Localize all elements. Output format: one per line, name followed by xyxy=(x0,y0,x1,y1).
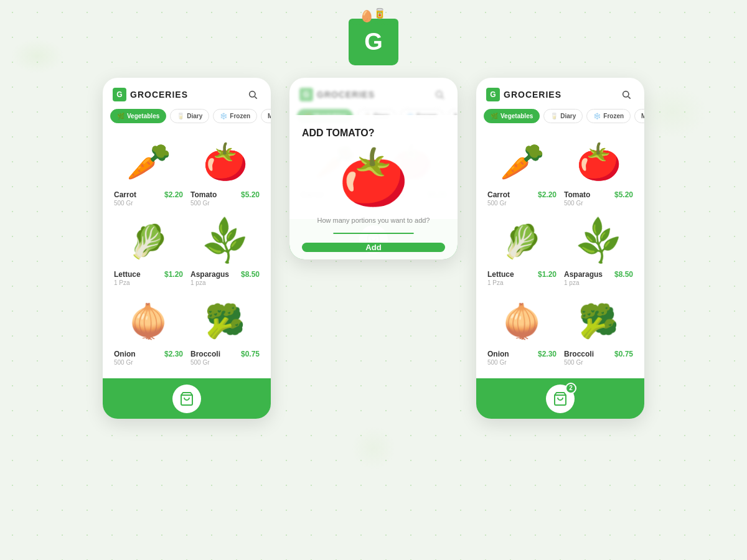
cart-button-3[interactable]: 2 xyxy=(546,385,575,413)
brand-name: GROCERIES xyxy=(130,90,188,100)
tab-vegetables-3[interactable]: 🌿Vegetables xyxy=(484,109,540,123)
quantity-decrease-button[interactable]: − xyxy=(334,233,356,234)
brand: G GROCERIES xyxy=(113,88,188,101)
category-tabs-3: 🌿Vegetables 🥛Diary ❄️Frozen Me.. xyxy=(476,109,644,129)
lettuce-weight-1: 1 Pza xyxy=(114,279,130,286)
asparagus-image-1: 🌿 xyxy=(190,217,260,266)
tab-diary-3[interactable]: 🥛Diary xyxy=(543,109,583,123)
brand-icon: G xyxy=(113,88,126,101)
product-onion-1[interactable]: 🧅 Onion $2.30 500 Gr xyxy=(110,291,187,371)
screens-container: G GROCERIES 🌿Vegetables 🥛Diary ❄️Frozen … xyxy=(78,78,669,419)
quantity-value: 1 xyxy=(356,233,391,234)
modal-subtitle: How many portions you want to add? xyxy=(317,217,430,224)
brand-3: G GROCERIES xyxy=(486,88,561,101)
app-logo: 🥚 🥫 G xyxy=(349,12,398,65)
brand-icon-3: G xyxy=(486,88,500,101)
onion-name-1: Onion xyxy=(114,350,136,358)
asparagus-price-1: $8.50 xyxy=(241,270,260,279)
asparagus-name-3: Asparagus xyxy=(564,270,603,279)
tab-frozen-1[interactable]: ❄️Frozen xyxy=(213,109,257,123)
onion-price-1: $2.30 xyxy=(164,350,183,358)
carrot-price-1: $2.20 xyxy=(164,190,183,199)
asparagus-name-1: Asparagus xyxy=(190,270,229,279)
carrot-weight-1: 500 Gr xyxy=(114,200,133,207)
tomato-image-3: 🍅 xyxy=(564,137,633,187)
cart-badge-3: 2 xyxy=(565,383,576,394)
svg-point-3 xyxy=(436,91,442,97)
svg-line-7 xyxy=(628,96,630,98)
products-grid-1: 🥕 Carrot $2.20 500 Gr 🍅 Tomato $5.20 500… xyxy=(103,129,271,373)
add-to-cart-button[interactable]: Add xyxy=(302,243,445,252)
tab-diary-1[interactable]: 🥛Diary xyxy=(170,109,209,123)
asparagus-price-3: $8.50 xyxy=(614,270,633,279)
product-onion-3[interactable]: 🧅 Onion $2.30 500 Gr xyxy=(484,291,560,371)
screen-1-header: G GROCERIES xyxy=(103,78,271,109)
screen-3: G GROCERIES 🌿Vegetables 🥛Diary ❄️Frozen … xyxy=(476,78,644,419)
quantity-control: − 1 + xyxy=(333,233,414,234)
cart-button-1[interactable] xyxy=(172,385,201,413)
screen-2-header-bg: G GROCERIES xyxy=(289,78,458,109)
carrot-image-3: 🥕 xyxy=(487,137,557,187)
tomato-price-3: $5.20 xyxy=(614,190,633,199)
broccoli-weight-1: 500 Gr xyxy=(190,359,210,366)
product-broccoli-3[interactable]: 🥦 Broccoli $0.75 500 Gr xyxy=(560,291,637,371)
brand-name-3: GROCERIES xyxy=(504,90,561,100)
onion-price-3: $2.30 xyxy=(538,350,557,358)
product-tomato-3[interactable]: 🍅 Tomato $5.20 500 Gr xyxy=(560,132,637,212)
search-button-2-bg xyxy=(431,86,448,103)
product-lettuce-1[interactable]: 🥬 Lettuce $1.20 1 Pza xyxy=(110,212,187,291)
category-tabs-1: 🌿Vegetables 🥛Diary ❄️Frozen Me.. xyxy=(103,109,271,129)
screen-2: G GROCERIES 🌿Vegetables 🥛Diary ❄️Frozen … xyxy=(289,78,458,259)
tab-frozen-3[interactable]: ❄️Frozen xyxy=(586,109,631,123)
carrot-name-3: Carrot xyxy=(487,190,510,199)
onion-name-3: Onion xyxy=(487,350,509,358)
brand-icon-2-bg: G xyxy=(299,88,313,101)
svg-line-1 xyxy=(255,96,256,98)
brand-name-2-bg: GROCERIES xyxy=(317,90,375,100)
product-broccoli-1[interactable]: 🥦 Broccoli $0.75 500 Gr xyxy=(187,291,263,371)
product-asparagus-1[interactable]: 🌿 Asparagus $8.50 1 pza xyxy=(187,212,263,291)
svg-line-4 xyxy=(441,96,443,98)
product-lettuce-3[interactable]: 🥬 Lettuce $1.20 1 Pza xyxy=(484,212,560,291)
tab-vegetables-1[interactable]: 🌿Vegetables xyxy=(110,109,166,123)
product-tomato-1[interactable]: 🍅 Tomato $5.20 500 Gr xyxy=(187,132,263,212)
tab-more-1[interactable]: Me.. xyxy=(261,109,271,123)
lettuce-name-3: Lettuce xyxy=(487,270,514,279)
product-asparagus-3[interactable]: 🌿 Asparagus $8.50 1 pza xyxy=(560,212,637,291)
tomato-image-1: 🍅 xyxy=(190,137,260,187)
onion-weight-3: 500 Gr xyxy=(487,359,507,366)
lettuce-weight-3: 1 Pza xyxy=(487,279,504,286)
quantity-increase-button[interactable]: + xyxy=(391,233,413,234)
product-carrot-3[interactable]: 🥕 Carrot $2.20 500 Gr xyxy=(484,132,560,212)
search-button[interactable] xyxy=(245,86,261,103)
lettuce-name-1: Lettuce xyxy=(114,270,141,279)
screen-1: G GROCERIES 🌿Vegetables 🥛Diary ❄️Frozen … xyxy=(103,78,271,419)
onion-weight-1: 500 Gr xyxy=(114,359,133,366)
broccoli-name-1: Broccoli xyxy=(190,350,220,358)
broccoli-price-1: $0.75 xyxy=(241,350,260,358)
broccoli-image-1: 🥦 xyxy=(190,296,260,346)
onion-image-1: 🧅 xyxy=(114,296,183,346)
svg-point-6 xyxy=(623,91,629,97)
onion-image-3: 🧅 xyxy=(487,296,557,346)
modal-title: ADD TOMATO? xyxy=(302,128,374,139)
lettuce-image-1: 🥬 xyxy=(114,217,183,266)
svg-point-0 xyxy=(250,91,255,97)
asparagus-weight-1: 1 pza xyxy=(190,279,205,286)
tomato-weight-1: 500 Gr xyxy=(190,200,210,207)
asparagus-weight-3: 1 pza xyxy=(564,279,579,286)
broccoli-weight-3: 500 Gr xyxy=(564,359,583,366)
screen-3-header: G GROCERIES xyxy=(476,78,644,109)
broccoli-image-3: 🥦 xyxy=(564,296,633,346)
tab-more-3[interactable]: Me.. xyxy=(634,109,644,123)
bottom-bar-3: 2 xyxy=(476,378,644,419)
carrot-image-1: 🥕 xyxy=(114,137,183,187)
tomato-name-3: Tomato xyxy=(564,190,590,199)
tomato-name-1: Tomato xyxy=(190,190,217,199)
modal-product-image: 🍅 xyxy=(336,145,411,210)
lettuce-image-3: 🥬 xyxy=(487,217,557,266)
product-carrot-1[interactable]: 🥕 Carrot $2.20 500 Gr xyxy=(110,132,187,212)
search-button-3[interactable] xyxy=(618,86,634,103)
add-to-cart-modal: ADD TOMATO? 🍅 How many portions you want… xyxy=(289,115,458,259)
products-grid-3: 🥕 Carrot $2.20 500 Gr 🍅 Tomato $5.20 500… xyxy=(476,129,644,373)
